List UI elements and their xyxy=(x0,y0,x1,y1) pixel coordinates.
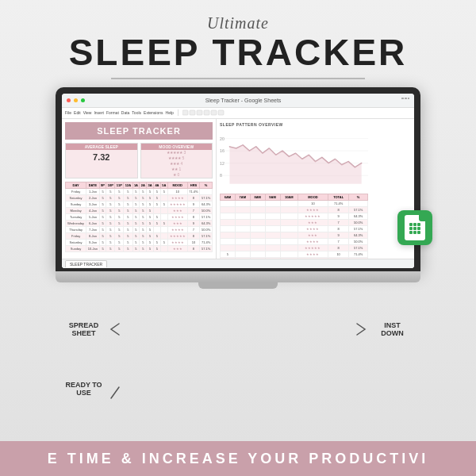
table-cell: 7-Jan xyxy=(86,226,100,232)
table-cell: 5 xyxy=(99,188,106,194)
bottom-banner-text: E TIME & INCREASE YOUR PRODUCTIVI xyxy=(48,451,429,467)
table-cell xyxy=(221,219,236,225)
table-cell xyxy=(160,232,167,239)
table-cell: 5 xyxy=(147,213,154,220)
browser-dot-red xyxy=(67,98,71,102)
toolbar-data[interactable]: Data xyxy=(121,110,130,115)
table-cell: 8 xyxy=(187,213,200,220)
table-cell: 5 xyxy=(154,188,161,194)
toolbar-help[interactable]: Help xyxy=(166,110,174,115)
table-row: ★★★★★857.1% xyxy=(221,244,368,251)
toolbar-tools[interactable]: Tools xyxy=(132,110,141,115)
table-cell: 5 xyxy=(160,239,167,245)
table-cell: ★★★★ xyxy=(298,225,328,232)
table-row: Tuesday5-Jan55555555★★★★857.1% xyxy=(66,213,213,220)
table-cell: ★★★★ xyxy=(298,206,328,213)
table-cell: 9 xyxy=(328,232,348,238)
table-cell xyxy=(235,213,250,219)
table-cell: 71.4% xyxy=(349,251,368,257)
table-cell: 10 xyxy=(298,200,328,206)
table-cell: ★★★★★ xyxy=(298,244,328,251)
table-cell xyxy=(265,219,280,225)
toolbar-edit[interactable]: Edit xyxy=(74,110,81,115)
gs-icon-inner xyxy=(405,215,425,240)
table-cell: Monday xyxy=(66,207,86,213)
table-cell: 9 xyxy=(187,220,200,226)
table-cell: 5 xyxy=(99,194,106,201)
table-cell: Sunday xyxy=(66,245,86,251)
table-cell: 8-Jan xyxy=(86,232,100,239)
table-cell: 7 xyxy=(328,238,348,244)
table-cell: 5 xyxy=(140,239,147,245)
table-cell: 64.3% xyxy=(200,220,213,226)
table-cell xyxy=(280,219,298,225)
table-cell xyxy=(221,225,236,232)
table-cell: 8 xyxy=(187,194,200,201)
sheet-tabs: SLEEP TRACKER xyxy=(62,259,414,268)
sleep-chart: 20 16 12 8 xyxy=(220,129,368,189)
table-cell: 5 xyxy=(147,194,154,201)
table-cell: 5 xyxy=(115,239,124,245)
table-row: ★★★★857.1% xyxy=(221,206,368,213)
table-cell: 5 xyxy=(132,245,140,251)
svg-text:16: 16 xyxy=(220,148,225,153)
toolbar-view[interactable]: View xyxy=(83,110,92,115)
table-row: ★★★★★964.3% xyxy=(221,213,368,219)
table-cell: ★★★ xyxy=(167,245,187,251)
table-cell xyxy=(280,225,298,232)
toolbar-format[interactable]: Format xyxy=(106,110,119,115)
table-cell: 5 xyxy=(147,220,154,226)
table-cell: 5 xyxy=(124,188,132,194)
table-cell: Thursday xyxy=(66,226,86,232)
toolbar-buttons xyxy=(182,109,230,117)
browser-dot-green xyxy=(81,98,85,102)
table-cell: 10 xyxy=(167,188,187,194)
gs-cell xyxy=(413,231,416,234)
toolbar-extensions[interactable]: Extensions xyxy=(144,110,163,115)
main-title: SLEEP TRACKER xyxy=(69,33,408,73)
browser-bar: Sleep Tracker - Google Sheets xyxy=(62,94,414,108)
table-cell: 5 xyxy=(154,245,161,251)
table-cell: 5 xyxy=(140,207,147,213)
toolbar-insert[interactable]: Insert xyxy=(94,110,104,115)
table-cell xyxy=(280,213,298,219)
table-cell xyxy=(235,238,250,244)
table-cell: 64.3% xyxy=(200,201,213,207)
table-cell: 57.1% xyxy=(200,194,213,201)
table-cell: 5 xyxy=(154,213,161,220)
table-cell: 5 xyxy=(124,239,132,245)
table-cell xyxy=(250,200,265,206)
arrow-left2 xyxy=(107,385,123,404)
table-cell xyxy=(265,251,280,257)
table-cell: 5 xyxy=(124,220,132,226)
table-row: Sunday3-Jan555555555★★★★★964.3% xyxy=(66,201,213,207)
right-data-table: 6AM 7AM 8AM 9AM 10AM MOOD TOTAL % xyxy=(220,194,368,264)
table-cell: 57.1% xyxy=(349,244,368,251)
table-cell: ★★★★★ xyxy=(298,213,328,219)
gs-cell xyxy=(409,231,413,234)
toolbar-separator xyxy=(178,109,178,116)
table-cell: 5 xyxy=(140,232,147,239)
divider xyxy=(111,78,365,79)
table-cell: 5 xyxy=(115,226,124,232)
table-cell: 5 xyxy=(140,201,147,207)
table-cell: 5 xyxy=(99,239,106,245)
table-cell: ★★★★★ xyxy=(167,232,187,239)
table-cell xyxy=(250,213,265,219)
sheet-tab-sleep-tracker[interactable]: SLEEP TRACKER xyxy=(65,260,107,267)
chart-title: SLEEP PATTERN OVERVIEW xyxy=(220,122,368,127)
table-cell: 8 xyxy=(187,232,200,239)
table-cell: 5 xyxy=(115,201,124,207)
svg-rect-8 xyxy=(218,110,224,115)
mood-box: MOOD OVERVIEW ★★★★★ 3 ★★★★ 5 ★★★ 4 ★★ 1 … xyxy=(140,143,213,178)
svg-text:8: 8 xyxy=(220,173,222,178)
gs-cell xyxy=(417,231,420,234)
table-cell xyxy=(235,225,250,232)
toolbar-file[interactable]: File xyxy=(65,110,71,115)
table-row: Monday4-Jan5555555★★★750.0% xyxy=(66,207,213,213)
table-cell: 1-Jan xyxy=(86,188,100,194)
table-cell: 5 xyxy=(124,232,132,239)
table-cell: 5 xyxy=(115,213,124,220)
table-cell: ★★★★★ xyxy=(167,201,187,207)
average-sleep-label: AVERAGE SLEEP xyxy=(66,144,137,150)
